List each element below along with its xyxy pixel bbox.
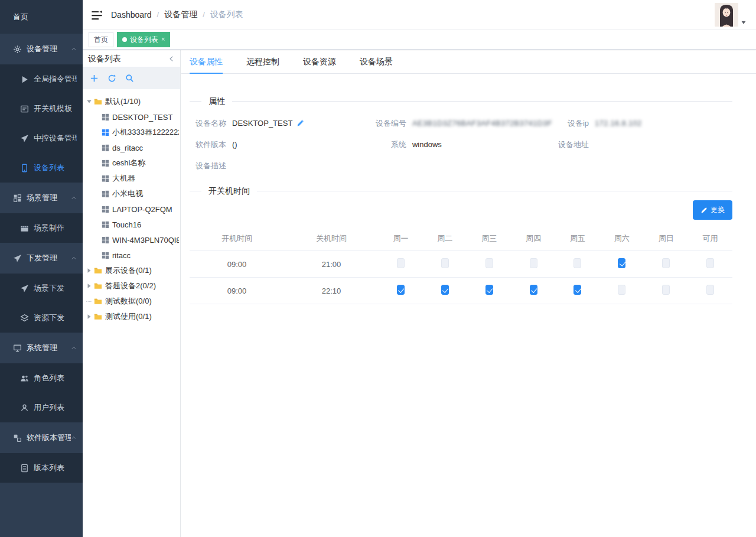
checkbox-friday[interactable] [573,285,581,295]
checkbox-friday[interactable] [573,258,581,268]
caret-down-icon[interactable] [741,20,747,25]
edit-pencil-icon[interactable] [296,119,304,127]
sidebar-item-global-command[interactable]: 全局指令管理 [0,64,83,94]
breadcrumb-item-device-management[interactable]: 设备管理 [164,9,197,20]
checkbox-tuesday[interactable] [441,285,449,295]
send-icon [13,254,22,263]
tree-device-item[interactable]: ritacc [86,248,179,263]
col-header-enabled: 可用 [688,227,732,251]
tab-device-scenes[interactable]: 设备场景 [360,50,393,73]
sidebar-item-home[interactable]: 首页 [0,0,83,34]
caret-right-icon[interactable] [86,314,92,320]
tags-view-bar: 首页 设备列表 × [83,30,756,50]
sidebar-item-label: 用户列表 [34,402,77,413]
sidebar-item-user-list[interactable]: 用户列表 [0,393,83,422]
checkbox-wednesday[interactable] [485,258,493,268]
checkbox-enabled[interactable] [706,285,714,295]
search-icon[interactable] [125,74,134,83]
tab-remote-control[interactable]: 远程控制 [246,50,279,73]
sidebar-item-scene-dispatch[interactable]: 场景下发 [0,274,83,303]
folder-icon [93,313,103,321]
tree-folder-default[interactable]: 默认(1/10) [86,94,179,109]
col-header-saturday: 周六 [599,227,644,251]
tree-folder-test-use[interactable]: 测试使用(0/1) [86,309,179,324]
sidebar-item-version-list[interactable]: 版本列表 [0,453,83,483]
caret-right-icon[interactable] [86,283,92,289]
checkbox-thursday[interactable] [530,285,537,295]
send-icon [20,284,29,293]
caret-down-icon[interactable] [86,99,92,105]
sidebar-item-power-template[interactable]: 开关机模板 [0,94,83,123]
checkbox-enabled[interactable] [706,258,714,268]
tree-device-item[interactable]: ds_ritacc [86,140,179,155]
col-header-monday: 周一 [379,227,423,251]
tree-device-item[interactable]: 小机3333器122222222 [86,125,179,140]
checkbox-wednesday[interactable] [485,285,493,295]
checkbox-sunday[interactable] [662,285,670,295]
checkbox-monday[interactable] [397,258,405,268]
col-header-power-off: 关机时间 [284,227,379,251]
sidebar-item-system-management[interactable]: 系统管理 [0,333,83,363]
checkbox-thursday[interactable] [530,258,537,268]
tree-toolbar [83,67,180,89]
hamburger-icon[interactable] [91,9,103,21]
monitor-icon [13,344,22,353]
tab-device-attributes[interactable]: 设备属性 [190,50,223,73]
field-empty [370,160,552,171]
tree-device-item[interactable]: Touch16 [86,217,179,232]
tree-panel-title: 设备列表 [88,50,121,67]
refresh-icon[interactable] [107,74,116,83]
tree-device-item[interactable]: 小米电视 [86,186,179,201]
change-button[interactable]: 更换 [693,200,732,220]
tree-device-item[interactable]: LAPTOP-Q2FQM [86,201,179,217]
sidebar-item-label: 设备列表 [34,162,77,173]
sidebar-item-label: 下发管理 [27,253,71,263]
scene-icon [13,194,22,203]
tree-folder-quiz-devices[interactable]: 答题设备2(0/2) [86,278,179,294]
chevron-up-icon [71,195,77,201]
windows-icon [102,175,109,183]
sidebar-item-role-list[interactable]: 角色列表 [0,363,83,393]
checkbox-tuesday[interactable] [441,258,449,268]
tree-device-item[interactable]: WIN-4M3PLN70QI8 [86,232,179,248]
chevron-left-icon[interactable] [168,56,175,62]
col-header-tuesday: 周二 [423,227,467,251]
breadcrumb-item-dashboard[interactable]: Dashboard [111,10,152,19]
tree-folder-label: 默认(1/10) [105,96,141,107]
sidebar-item-device-management[interactable]: 设备管理 [0,34,83,64]
section-divider-schedule: 开关机时间 [190,191,732,191]
sidebar-item-scene-create[interactable]: 场景制作 [0,213,83,243]
tree-device-item[interactable]: 大机器 [86,171,179,186]
tab-device-resources[interactable]: 设备资源 [303,50,336,73]
sidebar-item-version-management[interactable]: 软件版本管理 [0,422,83,453]
sidebar-item-central-control[interactable]: 中控设备管理 [0,123,83,153]
plus-icon[interactable] [90,74,99,83]
checkbox-saturday[interactable] [618,258,625,268]
checkbox-monday[interactable] [397,285,405,295]
power-off-time: 21:00 [284,251,379,278]
tree-folder-test-data[interactable]: 测试数据(0/0) [86,294,179,309]
tree-folder-display-devices[interactable]: 展示设备(0/1) [86,263,179,278]
tag-home[interactable]: 首页 [89,32,113,47]
checkbox-sunday[interactable] [662,258,670,268]
tree-folder-label: 测试数据(0/0) [105,296,152,307]
windows-icon [102,113,109,121]
field-device-ip: 设备ip 172.16.8.102 [552,118,732,129]
caret-right-icon[interactable] [86,268,92,274]
avatar[interactable] [715,2,738,27]
close-icon[interactable]: × [161,36,165,43]
tag-device-list[interactable]: 设备列表 × [117,32,170,47]
tree-device-label: WIN-4M3PLN70QI8 [112,236,179,245]
sidebar-item-resource-dispatch[interactable]: 资源下发 [0,303,83,333]
tree-device-item[interactable]: DESKTOP_TEST [86,109,179,125]
sidebar-item-label: 系统管理 [27,343,71,353]
sidebar-item-dispatch-management[interactable]: 下发管理 [0,243,83,274]
tree-device-item[interactable]: ceshi名称 [86,155,179,171]
folder-icon [93,97,103,106]
checkbox-saturday[interactable] [618,285,625,295]
sidebar-item-device-list[interactable]: 设备列表 [0,153,83,183]
sidebar-item-scene-management[interactable]: 场景管理 [0,183,83,213]
windows-icon [102,236,109,244]
chevron-up-icon [71,46,77,52]
user-menu[interactable] [715,2,748,30]
